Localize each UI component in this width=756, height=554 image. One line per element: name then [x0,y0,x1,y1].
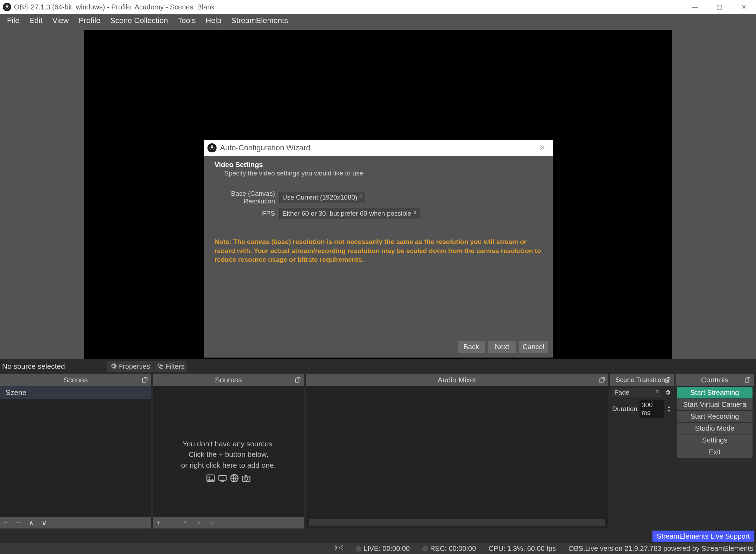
wizard-close-button[interactable]: ✕ [532,143,553,152]
wizard-cancel-button[interactable]: Cancel [519,341,548,353]
popout-icon[interactable] [744,376,751,383]
start-recording-button[interactable]: Start Recording [677,411,753,422]
exit-button[interactable]: Exit [677,446,753,458]
fps-label: FPS [214,210,279,217]
sources-empty-l3: or right click here to add one. [153,460,304,470]
image-icon [206,473,216,483]
transitions-title: Scene Transitions [615,376,668,384]
move-scene-up-button[interactable]: ∧ [29,519,34,527]
live-dot-icon [356,546,361,552]
svg-point-15 [339,547,340,548]
menu-file[interactable]: File [2,13,24,28]
transition-select[interactable]: Fade [612,388,661,397]
scenes-header: Scenes [0,374,151,386]
menu-streamelements[interactable]: StreamElements [226,13,293,28]
status-cpu: CPU: 1.3%, 60.00 fps [489,545,556,553]
transitions-header: Scene Transitions [610,374,674,386]
scenes-panel: Scenes Szene + − ∧ ∨ [0,374,151,528]
menu-view[interactable]: View [47,13,73,28]
resolution-label: Base (Canvas) Resolution [214,190,279,205]
svg-rect-7 [219,475,226,480]
transitions-panel: Scene Transitions Fade Duration 300 ms ▲… [610,374,674,528]
start-virtual-camera-button[interactable]: Start Virtual Camera [677,399,753,410]
svg-rect-3 [142,379,146,382]
wizard-next-button[interactable]: Next [488,341,516,353]
obs-logo-icon [207,143,217,152]
settings-button[interactable]: Settings [677,434,753,446]
menu-tools[interactable]: Tools [173,13,200,28]
wizard-back-button[interactable]: Back [458,341,485,353]
controls-header: Controls [676,374,754,386]
streamelements-support-button[interactable]: StreamElements Live Support [652,531,754,542]
globe-icon [229,473,239,483]
menu-edit[interactable]: Edit [24,13,47,28]
svg-rect-4 [295,379,299,382]
source-settings-button[interactable] [182,518,189,528]
resolution-select[interactable]: Use Current (1920x1080) [279,192,365,203]
sources-empty-l2: Click the + button below, [153,449,304,460]
remove-source-button[interactable]: − [169,518,174,528]
svg-rect-12 [600,379,603,382]
display-icon [218,473,227,483]
status-broadcast-icon [335,544,343,553]
popout-icon[interactable] [141,376,148,383]
filters-button[interactable]: Filters [154,361,187,372]
no-source-label: No source selected [2,362,65,370]
window-titlebar: OBS 27.1.3 (64-bit, windows) - Profile: … [0,0,756,14]
start-streaming-button[interactable]: Start Streaming [677,387,753,398]
popout-icon[interactable] [294,376,301,383]
sources-panel: Sources You don't have any sources. Clic… [153,374,304,528]
wizard-titlebar: Auto-Configuration Wizard ✕ [204,140,553,156]
popout-icon[interactable] [664,376,671,383]
status-bar: LIVE: 00:00:00 REC: 00:00:00 CPU: 1.3%, … [0,543,756,554]
mixer-header: Audio Mixer [306,374,608,386]
obs-logo-icon [3,3,11,11]
status-rec: REC: 00:00:00 [430,545,476,552]
sources-actions: + − ∧ ∨ [153,517,304,528]
transition-settings-button[interactable] [663,388,672,397]
svg-point-10 [245,477,248,480]
menu-profile[interactable]: Profile [74,13,105,28]
wizard-note: Note: The canvas (base) resolution is no… [204,225,553,268]
close-button[interactable]: ✕ [732,0,756,14]
fps-select[interactable]: Either 60 or 30, but prefer 60 when poss… [279,208,419,219]
move-source-down-button[interactable]: ∨ [209,519,214,527]
move-scene-down-button[interactable]: ∨ [42,519,47,527]
scenes-actions: + − ∧ ∨ [0,517,151,528]
sources-header: Sources [153,374,304,386]
duration-label: Duration [612,405,637,413]
wizard-heading: Video Settings [214,161,542,169]
svg-rect-13 [665,379,669,382]
duration-spinner[interactable]: ▲▼ [666,405,672,413]
filter-icon [157,363,164,370]
status-obslive: OBS.Live version 21.9.27.783 powered by … [568,545,753,553]
minimize-button[interactable]: — [683,0,707,14]
add-source-button[interactable]: + [156,518,161,528]
sources-list[interactable]: You don't have any sources. Click the + … [153,386,304,517]
auto-config-wizard: Auto-Configuration Wizard ✕ Video Settin… [204,140,553,358]
properties-label: Properties [118,362,150,370]
menu-help[interactable]: Help [201,13,226,28]
duration-input[interactable]: 300 ms [640,400,664,418]
source-toolbar: No source selected Properties Filters [0,359,756,374]
status-live: LIVE: 00:00:00 [363,545,410,552]
menu-scene-collection[interactable]: Scene Collection [105,13,173,28]
gear-icon [110,363,117,370]
studio-mode-button[interactable]: Studio Mode [677,423,753,434]
rec-dot-icon [422,546,428,552]
menu-bar: File Edit View Profile Scene Collection … [0,14,756,27]
remove-scene-button[interactable]: − [16,518,21,528]
wizard-subheading: Specify the video settings you would lik… [214,169,542,177]
controls-title: Controls [701,376,728,384]
svg-rect-11 [245,475,247,476]
move-source-up-button[interactable]: ∧ [196,519,202,527]
add-scene-button[interactable]: + [3,518,8,528]
popout-icon[interactable] [599,376,606,383]
properties-button[interactable]: Properties [107,361,153,372]
sources-empty: You don't have any sources. Click the + … [153,439,304,483]
audio-mixer-panel: Audio Mixer [306,374,608,528]
scene-item[interactable]: Szene [0,386,151,399]
mixer-scrollbar[interactable] [309,519,605,526]
filters-label: Filters [165,362,184,370]
maximize-button[interactable]: ▢ [707,0,732,14]
